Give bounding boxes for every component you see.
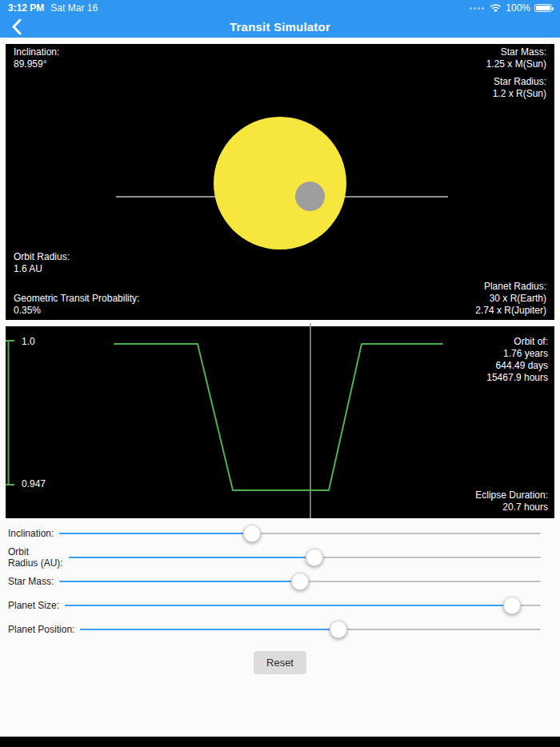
orbit-radius-readout: Orbit Radius:1.6 AU Geometric Transit Pr…	[14, 239, 139, 317]
star-mass-slider-label: Star Mass:	[8, 576, 54, 587]
light-curve-plot	[6, 326, 554, 518]
reset-button[interactable]: Reset	[254, 651, 306, 674]
planet-size-slider-label: Planet Size:	[8, 600, 59, 611]
slider-thumb[interactable]	[243, 525, 261, 542]
star-mass-row: Star Mass:	[8, 569, 541, 593]
slider-thumb[interactable]	[503, 597, 521, 614]
inclination-slider[interactable]	[59, 524, 541, 543]
slider-fill	[59, 581, 300, 582]
slider-thumb[interactable]	[291, 573, 309, 590]
slider-fill	[80, 629, 338, 630]
planet-position-slider-label: Planet Position:	[8, 624, 74, 635]
inclination-row: Inclination:	[8, 521, 541, 545]
reset-row: Reset	[0, 651, 560, 674]
status-bar: 3:12 PM Sat Mar 16 100%	[0, 0, 560, 16]
star-mass-readout: Star Mass:1.25 x M(Sun)	[486, 46, 546, 70]
chevron-left-icon	[11, 18, 22, 35]
planet-position-row: Planet Position:	[8, 617, 541, 641]
inclination-slider-label: Inclination:	[8, 528, 54, 539]
star-graphic	[214, 117, 346, 250]
status-date: Sat Mar 16	[50, 2, 98, 14]
inclination-readout: Inclination:89.959°	[14, 46, 59, 70]
slider-fill	[65, 605, 512, 606]
y-max-label: 1.0	[22, 336, 35, 348]
status-time: 3:12 PM	[8, 2, 44, 14]
orbit-radius-slider[interactable]	[69, 548, 541, 567]
planet-size-slider[interactable]	[65, 596, 541, 615]
flux-curve	[114, 344, 442, 490]
home-indicator-bar	[0, 737, 560, 747]
page-title: Transit Simulator	[230, 20, 330, 34]
orbit-period-readout: Orbit of:1.76 years644.49 days15467.9 ho…	[486, 336, 548, 384]
star-view-panel: Inclination:89.959° Star Mass:1.25 x M(S…	[6, 44, 554, 320]
slider-controls: Inclination: Orbit Radius (AU): Star Mas…	[0, 518, 560, 641]
star-mass-slider[interactable]	[59, 572, 541, 591]
orbit-radius-row: Orbit Radius (AU):	[8, 545, 541, 569]
light-curve-panel: 1.0 0.947 Orbit of:1.76 years644.49 days…	[6, 326, 554, 518]
battery-icon	[534, 4, 552, 12]
eclipse-duration-readout: Eclipse Duration:20.7 hours	[475, 489, 548, 513]
cellular-dots-icon	[470, 7, 484, 10]
star-radius-readout: Star Radius:1.2 x R(Sun)	[493, 76, 546, 100]
planet-position-slider[interactable]	[80, 620, 541, 639]
slider-thumb[interactable]	[306, 549, 323, 566]
slider-fill	[69, 557, 314, 558]
planet-graphic	[295, 182, 325, 211]
transit-probability-readout: Geometric Transit Probability:	[14, 293, 139, 304]
planet-size-row: Planet Size:	[8, 593, 541, 617]
planet-radius-readout: Planet Radius:30 x R(Earth)2.74 x R(Jupi…	[475, 281, 546, 317]
y-min-label: 0.947	[22, 478, 46, 490]
nav-bar: Transit Simulator	[0, 16, 560, 38]
wifi-icon	[490, 4, 502, 13]
slider-fill	[59, 533, 252, 534]
slider-thumb[interactable]	[330, 621, 347, 638]
battery-percent: 100%	[506, 2, 530, 14]
orbit-radius-slider-label: Orbit Radius (AU):	[8, 546, 63, 569]
back-button[interactable]	[11, 16, 35, 38]
